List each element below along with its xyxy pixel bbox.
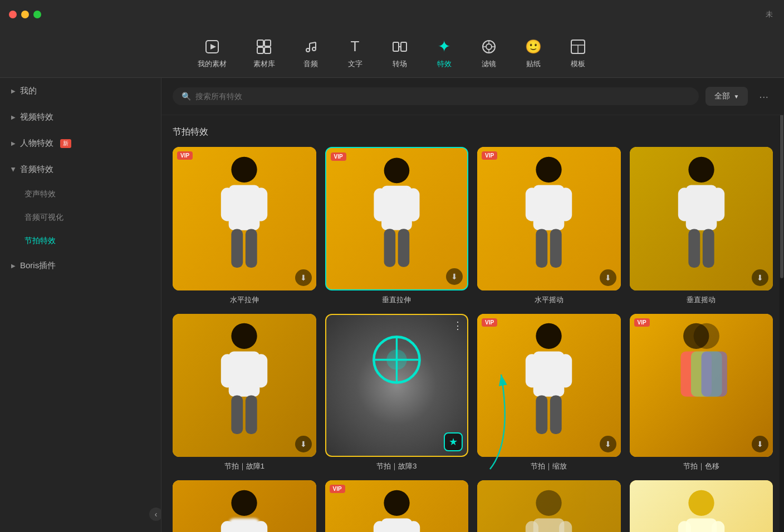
download-button[interactable]: ⬇: [752, 436, 768, 452]
close-button[interactable]: [9, 11, 17, 18]
svg-marker-1: [210, 44, 216, 50]
effect-item-vertical-stretch[interactable]: VIP ⬇ 垂直拉伸: [325, 147, 469, 305]
svg-rect-2: [257, 40, 263, 46]
svg-point-41: [688, 157, 714, 183]
effect-item-beat-twist[interactable]: ⬇ 节拍｜扭曲: [477, 480, 621, 532]
sidebar-video-effects-label: 视频特效: [20, 112, 53, 122]
effect-thumb-vertical-shake: ⬇: [630, 147, 773, 290]
svg-point-85: [688, 490, 714, 516]
more-options-button[interactable]: ···: [754, 88, 773, 105]
svg-rect-38: [559, 188, 572, 221]
download-button[interactable]: ⬇: [600, 269, 616, 286]
arrow-icon: ▶: [11, 88, 16, 94]
effect-item-beat-zoom[interactable]: VIP ⬇ 节拍｜缩放: [477, 314, 621, 472]
nav-template[interactable]: 模板: [556, 33, 600, 73]
nav-effects[interactable]: ✦ 特效: [422, 33, 467, 73]
nav-transition[interactable]: 转场: [378, 33, 422, 73]
effect-item-beat-exposure2[interactable]: ⬇ 节拍｜曝光2: [630, 480, 773, 532]
arrow-icon: ▶: [11, 114, 16, 120]
effect-thumb-beat-glitch3: ⋮ ★: [325, 314, 469, 457]
beat-effects-label: 节拍特效: [24, 236, 56, 245]
effect-item-beat-vibblur[interactable]: VIP ⬇ 节拍｜振动模糊: [325, 480, 469, 532]
effect-label: 节拍｜故障3: [325, 461, 469, 471]
svg-rect-25: [221, 188, 234, 221]
svg-rect-51: [232, 396, 243, 435]
arrow-icon: ▶: [11, 263, 16, 269]
top-nav: 我的素材 素材库 音频 T 文字: [0, 29, 784, 78]
effects-icon: ✦: [435, 38, 453, 56]
effect-label: 节拍｜故障1: [173, 461, 316, 471]
svg-rect-49: [221, 354, 234, 388]
download-button[interactable]: ⬇: [600, 436, 616, 452]
nav-template-label: 模板: [571, 59, 585, 69]
filter-button[interactable]: 全部 ▼: [705, 87, 748, 106]
sidebar-item-mine[interactable]: ▶ 我的: [0, 78, 161, 104]
effect-item-beat-glitch3[interactable]: ⋮ ★ 节拍｜故障3: [325, 314, 469, 472]
svg-rect-50: [254, 354, 267, 388]
my-material-icon: [203, 38, 221, 56]
effect-item-horizontal-stretch[interactable]: VIP ⬇ 水平拉伸: [173, 147, 316, 305]
nav-text[interactable]: T 文字: [333, 33, 378, 73]
sticker-icon: 🙂: [525, 38, 542, 56]
effect-item-beat-chromatic[interactable]: VIP ⬇ 节拍｜色移: [630, 314, 773, 472]
effects-section: 节拍特效: [161, 115, 784, 532]
search-input[interactable]: [195, 92, 690, 101]
sidebar-collapse-button[interactable]: ‹: [149, 508, 161, 521]
svg-point-75: [384, 490, 409, 516]
nav-transition-label: 转场: [393, 59, 407, 69]
sidebar-item-audio-effects[interactable]: ▶ 音频特效: [0, 156, 161, 183]
scrollbar-thumb[interactable]: [780, 111, 783, 278]
new-badge: 新: [60, 139, 71, 148]
svg-rect-28: [246, 229, 257, 268]
nav-filter[interactable]: 滤镜: [467, 33, 511, 73]
svg-rect-11: [393, 42, 399, 51]
vip-badge: VIP: [634, 318, 650, 327]
download-button[interactable]: ⬇: [446, 268, 463, 285]
sidebar-item-character-effects[interactable]: ▶ 人物特效 新: [0, 130, 161, 156]
effect-item-horizontal-shake[interactable]: VIP ⬇ 水平摇动: [477, 147, 621, 305]
sidebar-item-boris[interactable]: ▶ Boris插件: [0, 253, 161, 279]
effect-label: 节拍｜缩放: [477, 461, 621, 471]
effect-thumb-horizontal-stretch: VIP ⬇: [173, 147, 316, 290]
download-button[interactable]: ⬇: [295, 269, 312, 286]
search-wrapper: 🔍: [173, 87, 699, 105]
nav-sticker[interactable]: 🙂 贴纸: [511, 33, 556, 73]
effect-thumb-horizontal-shake: VIP ⬇: [477, 147, 621, 290]
search-icon: 🔍: [182, 92, 191, 101]
audio-visual-label: 音频可视化: [24, 213, 63, 221]
sidebar-boris-label: Boris插件: [20, 260, 56, 271]
effect-item-vertical-shake[interactable]: ⬇ 垂直摇动: [630, 147, 773, 305]
nav-my-material[interactable]: 我的素材: [184, 33, 240, 73]
nav-library[interactable]: 素材库: [240, 33, 288, 73]
sidebar-sub-voice-change[interactable]: 变声特效: [0, 183, 161, 206]
vip-badge: VIP: [331, 152, 346, 161]
effect-item-beat-vibblur2[interactable]: ⬇ 节拍｜振动模糊2: [173, 480, 316, 532]
download-button[interactable]: ⬇: [295, 436, 312, 452]
svg-rect-39: [536, 229, 548, 268]
sidebar-audio-label: 音频特效: [20, 164, 53, 175]
svg-rect-27: [232, 229, 243, 268]
audio-icon: [302, 38, 320, 56]
effect-label: 垂直摇动: [630, 295, 773, 305]
svg-rect-37: [526, 188, 538, 221]
search-bar: 🔍 全部 ▼ ···: [161, 78, 784, 115]
sidebar-sub-audio-visual[interactable]: 音频可视化: [0, 206, 161, 229]
titlebar-text: 未: [766, 9, 773, 19]
download-button[interactable]: ⬇: [752, 269, 768, 286]
effect-item-beat-glitch1[interactable]: ⬇ 节拍｜故障1: [173, 314, 316, 472]
sidebar-sub-beat-effects[interactable]: 节拍特效: [0, 229, 161, 253]
effect-thumb-beat-twist: ⬇: [477, 480, 621, 532]
sidebar-item-video-effects[interactable]: ▶ 视频特效: [0, 104, 161, 130]
vip-badge: VIP: [482, 318, 497, 327]
nav-audio[interactable]: 音频: [288, 33, 333, 73]
svg-point-65: [693, 323, 719, 349]
effect-thumb-beat-zoom: VIP ⬇: [477, 314, 621, 457]
vip-badge: VIP: [482, 151, 497, 160]
nav-effects-label: 特效: [437, 59, 452, 69]
chevron-down-icon: ▼: [733, 93, 739, 100]
filter-label: 全部: [714, 91, 730, 101]
maximize-button[interactable]: [33, 11, 41, 18]
more-icon: ⋮: [453, 319, 463, 332]
minimize-button[interactable]: [21, 11, 29, 18]
svg-rect-32: [407, 188, 420, 221]
